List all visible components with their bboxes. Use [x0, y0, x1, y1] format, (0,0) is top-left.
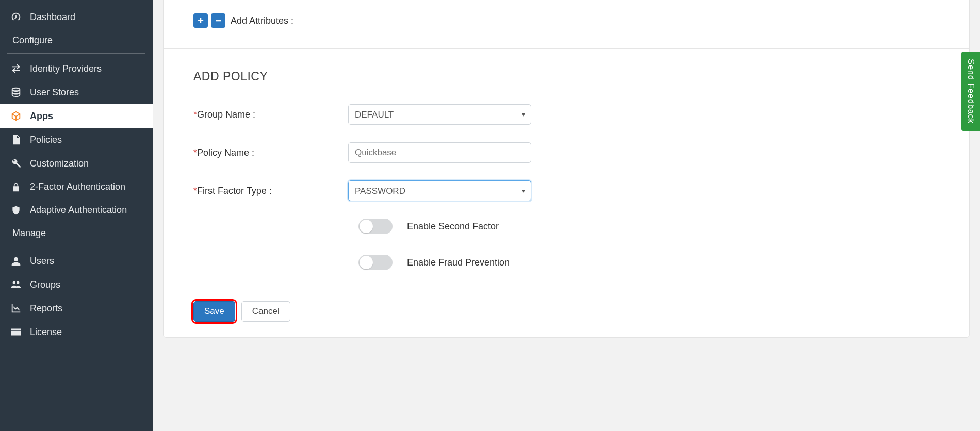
form-row-first-factor: *First Factor Type : PASSWORD	[193, 180, 939, 201]
sidebar-item-identity-providers[interactable]: Identity Providers	[0, 57, 153, 80]
group-name-label: *Group Name :	[193, 109, 348, 120]
sidebar-item-label: Adaptive Authentication	[30, 205, 127, 216]
sidebar-item-label: Customization	[30, 158, 89, 169]
chart-icon	[9, 303, 23, 314]
sidebar-item-label: User Stores	[30, 87, 79, 98]
button-row: Save Cancel	[164, 296, 969, 322]
add-policy-section: ADD POLICY *Group Name : DEFAULT *Policy…	[164, 49, 969, 296]
sidebar-item-label: Identity Providers	[30, 63, 102, 74]
sidebar-item-label: Groups	[30, 279, 60, 290]
sidebar-item-license[interactable]: License	[0, 320, 153, 344]
sidebar-section-manage: Manage	[0, 222, 153, 244]
first-factor-label: *First Factor Type :	[193, 186, 348, 196]
sidebar-item-label: Reports	[30, 303, 62, 314]
enable-second-factor-toggle[interactable]	[358, 219, 393, 234]
sidebar-item-2fa[interactable]: 2-Factor Authentication	[0, 175, 153, 198]
database-icon	[9, 87, 23, 98]
policy-name-label: *Policy Name :	[193, 147, 348, 158]
divider	[7, 53, 145, 54]
sidebar-item-label: Dashboard	[30, 12, 75, 23]
sidebar-item-groups[interactable]: Groups	[0, 273, 153, 296]
toggle-row-second-factor: Enable Second Factor	[358, 219, 939, 234]
toggle-row-fraud-prevention: Enable Fraud Prevention	[358, 255, 939, 270]
group-name-select[interactable]: DEFAULT	[348, 104, 531, 125]
enable-fraud-prevention-toggle[interactable]	[358, 255, 393, 270]
sidebar-item-customization[interactable]: Customization	[0, 152, 153, 175]
box-icon	[9, 110, 23, 122]
sidebar-item-apps[interactable]: Apps	[0, 104, 153, 128]
divider	[7, 246, 145, 246]
add-policy-title: ADD POLICY	[193, 70, 939, 84]
sidebar-item-dashboard[interactable]: Dashboard	[0, 5, 153, 29]
sidebar-item-policies[interactable]: Policies	[0, 128, 153, 152]
save-button[interactable]: Save	[193, 301, 235, 322]
main-content: + − Add Attributes : ADD POLICY *Group N…	[153, 0, 980, 431]
dashboard-icon	[9, 11, 23, 23]
document-icon	[9, 134, 23, 145]
sidebar-item-label: Apps	[30, 111, 53, 122]
form-row-group-name: *Group Name : DEFAULT	[193, 104, 939, 125]
swap-icon	[9, 63, 23, 74]
send-feedback-tab[interactable]: Send Feedback	[961, 52, 980, 131]
panel: + − Add Attributes : ADD POLICY *Group N…	[163, 0, 970, 338]
sidebar-item-label: 2-Factor Authentication	[30, 181, 125, 192]
sidebar-item-user-stores[interactable]: User Stores	[0, 80, 153, 104]
cancel-button[interactable]: Cancel	[241, 301, 290, 322]
sidebar-item-adaptive-auth[interactable]: Adaptive Authentication	[0, 198, 153, 222]
attribute-controls: + − Add Attributes :	[164, 0, 969, 49]
lock-icon	[9, 182, 23, 192]
shield-icon	[9, 205, 23, 216]
card-icon	[9, 326, 23, 338]
policy-name-input[interactable]	[348, 142, 531, 163]
sidebar-item-users[interactable]: Users	[0, 250, 153, 273]
sidebar-item-label: Users	[30, 256, 54, 267]
wrench-icon	[9, 158, 23, 169]
remove-attribute-button[interactable]: −	[211, 13, 225, 28]
enable-fraud-prevention-label: Enable Fraud Prevention	[407, 257, 510, 268]
add-attribute-button[interactable]: +	[193, 13, 208, 28]
user-icon	[9, 256, 23, 267]
sidebar-section-configure: Configure	[0, 29, 153, 51]
form-row-policy-name: *Policy Name :	[193, 142, 939, 163]
sidebar-item-label: License	[30, 327, 62, 338]
add-attributes-label: Add Attributes :	[231, 15, 293, 26]
enable-second-factor-label: Enable Second Factor	[407, 221, 499, 232]
sidebar-item-label: Policies	[30, 135, 62, 145]
sidebar: Dashboard Configure Identity Providers U…	[0, 0, 153, 431]
users-icon	[9, 279, 23, 290]
first-factor-select[interactable]: PASSWORD	[348, 180, 531, 201]
sidebar-item-reports[interactable]: Reports	[0, 296, 153, 320]
